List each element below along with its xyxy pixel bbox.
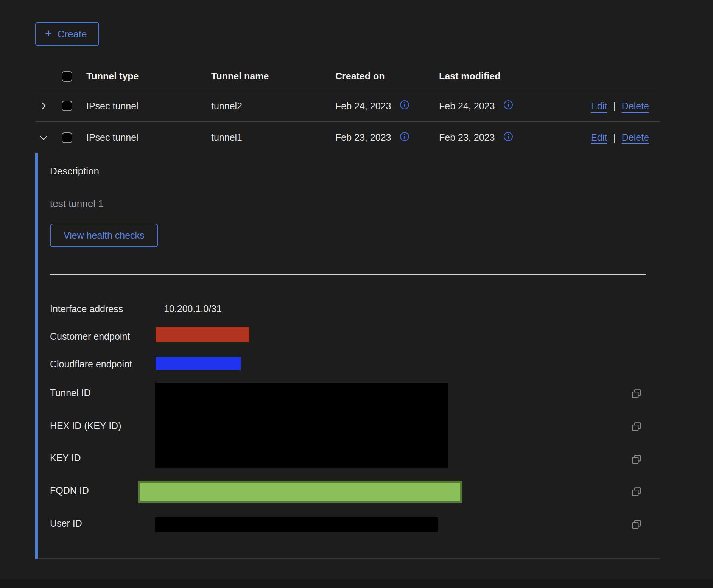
table-header-row: Tunnel type Tunnel name Created on Last … <box>35 62 660 90</box>
action-separator: | <box>613 101 616 112</box>
section-divider <box>50 274 646 275</box>
row-checkbox[interactable] <box>62 132 72 143</box>
last-modified-cell: Feb 24, 2023 <box>439 101 495 112</box>
tunnel-type-cell: IPsec tunnel <box>86 101 211 112</box>
tunnel-detail-panel: Description test tunnel 1 View health ch… <box>35 153 660 559</box>
row-checkbox[interactable] <box>62 101 72 111</box>
expand-chevron-right-icon[interactable] <box>38 101 49 111</box>
description-label: Description <box>50 165 99 177</box>
customer-endpoint-label: Customer endpoint <box>50 331 130 342</box>
fqdn-id-label: FQDN ID <box>50 485 89 496</box>
header-tunnel-type: Tunnel type <box>86 71 211 82</box>
tunnel-name-cell: tunnel2 <box>211 101 335 112</box>
tunnel-id-label: Tunnel ID <box>50 387 90 398</box>
header-last-modified: Last modified <box>439 71 551 82</box>
user-id-redacted-value <box>155 517 438 532</box>
action-separator: | <box>613 132 616 143</box>
tunnel-hex-key-id-redacted-values <box>155 383 448 468</box>
customer-endpoint-redacted-value <box>156 327 249 342</box>
info-icon[interactable] <box>399 131 410 144</box>
user-id-label: User ID <box>50 518 82 529</box>
ipsec-tunnels-page: + Create Tunnel type Tunnel name Created… <box>0 0 713 588</box>
last-modified-cell: Feb 23, 2023 <box>439 132 495 143</box>
hex-id-label: HEX ID (KEY ID) <box>50 420 121 431</box>
tunnel-name-cell: tunnel1 <box>211 132 335 143</box>
select-all-checkbox[interactable] <box>62 71 72 82</box>
cloudflare-endpoint-redacted-value <box>156 357 241 370</box>
view-health-checks-label: View health checks <box>64 230 145 241</box>
copy-fqdn-id-icon[interactable] <box>630 486 643 499</box>
fqdn-id-redacted-value <box>138 481 462 503</box>
edit-link[interactable]: Edit <box>591 132 607 143</box>
header-tunnel-name: Tunnel name <box>211 71 335 82</box>
delete-link[interactable]: Delete <box>622 132 649 143</box>
description-value: test tunnel 1 <box>50 198 104 210</box>
created-on-cell: Feb 24, 2023 <box>335 101 391 112</box>
info-icon[interactable] <box>399 100 410 112</box>
view-health-checks-button[interactable]: View health checks <box>50 224 158 247</box>
info-icon[interactable] <box>503 131 514 144</box>
tunnels-table: Tunnel type Tunnel name Created on Last … <box>35 62 660 559</box>
copy-hex-id-icon[interactable] <box>630 421 643 434</box>
table-row: IPsec tunnel tunnel1 Feb 23, 2023 Feb 23… <box>35 122 660 153</box>
created-on-cell: Feb 23, 2023 <box>335 132 391 143</box>
copy-user-id-icon[interactable] <box>630 518 643 531</box>
delete-link[interactable]: Delete <box>622 101 649 112</box>
key-id-label: KEY ID <box>50 452 81 464</box>
expanded-row-indicator-bar <box>35 153 38 559</box>
collapse-chevron-down-icon[interactable] <box>38 132 49 143</box>
header-created-on: Created on <box>335 71 439 82</box>
create-button[interactable]: + Create <box>35 22 99 46</box>
info-icon[interactable] <box>503 100 514 112</box>
tunnel-type-cell: IPsec tunnel <box>86 132 211 143</box>
copy-tunnel-id-icon[interactable] <box>630 388 643 401</box>
page-bottom-strip <box>0 579 713 588</box>
interface-address-value: 10.200.1.0/31 <box>164 303 222 314</box>
interface-address-label: Interface address <box>50 303 123 314</box>
cloudflare-endpoint-label: Cloudflare endpoint <box>50 358 132 370</box>
copy-key-id-icon[interactable] <box>630 453 643 466</box>
edit-link[interactable]: Edit <box>591 101 607 112</box>
table-row: IPsec tunnel tunnel2 Feb 24, 2023 Feb 24… <box>35 90 660 122</box>
create-button-label: Create <box>58 28 87 40</box>
plus-icon: + <box>45 27 52 39</box>
